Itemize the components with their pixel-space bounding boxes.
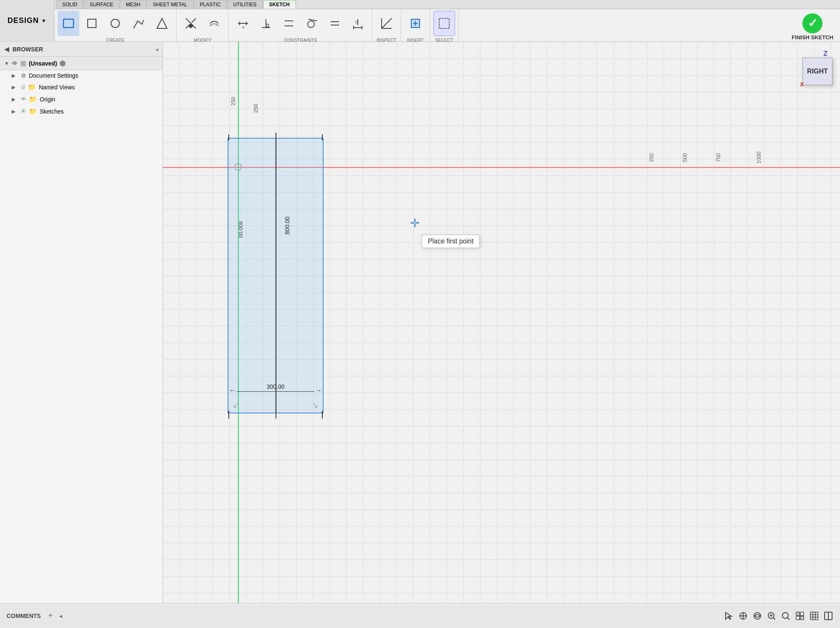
browser-item-sketches[interactable]: ▶ 👁 📁 Sketches [0,105,162,117]
svg-line-43 [787,618,789,620]
dim-300-left-arrow: ← [229,387,236,394]
corner-bottom-right: ↘ [311,400,319,410]
svg-marker-33 [726,613,731,619]
equal-constraint[interactable] [324,11,346,36]
svg-rect-46 [796,616,800,620]
folder-icon-sketches: 📁 [29,107,37,115]
browser-item-origin[interactable]: ▶ 👁 📁 Origin [0,93,162,105]
eye-icon-origin: 👁 [21,96,26,102]
comments-label: COMMENTS [7,613,41,619]
sketches-label: Sketches [40,108,64,115]
svg-rect-47 [800,616,804,620]
inspect-tool[interactable] [376,11,397,36]
svg-text:H: H [242,25,245,29]
scale-1000-right: 1000 [756,152,762,164]
svg-point-37 [754,613,761,619]
top-right-tick [322,134,323,140]
svg-point-2 [111,19,119,28]
expand-origin: ▶ [12,96,18,102]
svg-text:D: D [355,20,358,24]
tab-plastic[interactable]: PLASTIC [194,0,227,9]
browser-pin: ◂ [155,46,158,53]
viewcube-right-face[interactable]: RIGHT [802,58,832,85]
pan-tool-button[interactable] [738,611,748,621]
place-first-point-tooltip: Place first point [422,235,480,248]
origin-label: Origin [40,96,55,103]
folder-icon-origin: 📁 [29,95,37,103]
svg-line-6 [192,18,196,23]
tab-surface[interactable]: SURFACE [83,0,120,9]
design-label: DESIGN [8,16,39,25]
browser-collapse[interactable]: ◀ [4,45,9,53]
line-tool[interactable] [128,11,149,36]
horizontal-constraint[interactable]: H [232,11,254,36]
constraints-section: H [229,9,372,44]
zoom-fit-button[interactable] [767,611,777,621]
design-arrow: ▼ [41,18,46,24]
svg-line-26 [382,18,392,28]
top-left-tick [228,134,229,140]
design-button[interactable]: DESIGN ▼ [0,0,54,41]
eye-icon-sketches: 👁 [21,108,26,114]
orbit-tool-button[interactable] [752,611,762,621]
finish-sketch-button[interactable]: ✓ FINISH SKETCH [785,9,840,44]
browser-title: BROWSER [13,46,152,53]
viewcube-x-axis: X [800,81,804,88]
cursor-mode-button[interactable] [724,611,734,621]
expand-doc-settings: ▶ [12,73,18,78]
corner-bottom-left: ↙ [233,400,240,410]
zoom-button[interactable] [781,611,791,621]
tab-sketch[interactable]: SKETCH [263,0,296,9]
dim-300-right-arrow: → [315,387,322,394]
collapse-comments[interactable]: ◂ [59,613,62,619]
center-vertical-line [276,139,276,413]
bottom-right-tick [322,411,323,418]
expand-sketches: ▶ [12,109,18,114]
select-tool[interactable] [433,11,455,36]
scale-750-right: 750 [716,153,722,162]
display-mode-button[interactable] [795,611,805,621]
svg-point-7 [189,24,192,28]
expand-named-views: ▶ [12,84,18,90]
unsaved-label: (Unsaved) [29,60,57,67]
browser-item-document-settings[interactable]: ▶ ⚙ Document Settings [0,70,162,81]
inspect-section: INSPECT [372,9,401,44]
square-tool[interactable] [81,11,103,36]
rectangle-tool[interactable] [58,11,79,36]
scale-500-right: 500 [682,153,688,162]
svg-line-18 [309,19,317,21]
tab-utilities[interactable]: UTILITIES [227,0,263,9]
insert-tool[interactable] [405,11,426,36]
browser-item-named-views[interactable]: ▶ ⊘ 📁 Named Views [0,81,162,93]
dim-800: 800.00 [284,217,291,235]
circle-tool[interactable] [104,11,126,36]
tangent-constraint[interactable] [301,11,323,36]
grid-button[interactable] [809,611,819,621]
trim-tool[interactable] [180,11,202,36]
perpendicular-constraint[interactable] [255,11,277,36]
named-views-label: Named Views [39,84,75,91]
dim-300: 300.00 [267,383,285,390]
tab-sheet-metal[interactable]: SHEET METAL [147,0,193,9]
sketch-rectangle[interactable]: 800.00 00.008 300.00 ← → 250 ↙ ↘ [228,138,324,413]
select-section: SELECT [430,9,459,44]
parallel-constraint[interactable] [278,11,300,36]
tab-solid[interactable]: SOLID [56,0,83,9]
eye-icon-named-views: ⊘ [21,84,25,90]
offset-tool[interactable] [203,11,225,36]
dim-300-line [237,391,314,392]
dimension-tool[interactable]: D [347,11,369,36]
viewcube[interactable]: Z RIGHT X [798,50,832,84]
svg-rect-0 [63,19,73,28]
viewcube-z-axis: Z [823,50,827,58]
svg-point-42 [782,613,788,618]
record-icon [60,61,66,66]
tab-mesh[interactable]: MESH [120,0,147,9]
view-options-button[interactable] [823,611,833,621]
bottom-left-tick [228,411,229,418]
triangle-tool[interactable] [151,11,173,36]
svg-rect-48 [810,612,818,620]
svg-rect-45 [800,612,804,615]
unsaved-document[interactable]: ▼ 👁 ▣ (Unsaved) [0,57,162,70]
add-comment-button[interactable]: + [48,611,53,620]
